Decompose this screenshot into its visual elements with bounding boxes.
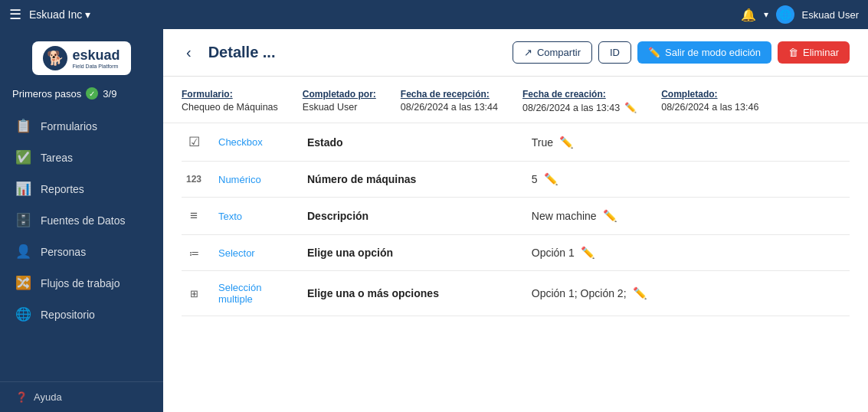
fuentes-icon: 🗄️ (15, 212, 31, 228)
text-field-name: Descripción (307, 210, 519, 222)
text-field-value: New machine ✏️ (532, 209, 850, 223)
flujos-icon: 🔀 (15, 275, 31, 291)
multi-edit-icon[interactable]: ✏️ (633, 286, 647, 300)
repositorio-label: Repositorio (41, 309, 95, 321)
edit-mode-label: Salir de modo edición (665, 47, 761, 58)
numeric-field-name: Número de máquinas (307, 173, 519, 185)
selector-field-name: Elige una opción (307, 247, 519, 259)
sidebar-item-flujos[interactable]: 🔀 Flujos de trabajo (0, 267, 163, 299)
formulario-value: Chequeo de Máquinas (182, 102, 278, 113)
topbar-chevron-icon[interactable]: ▾ (764, 9, 768, 20)
id-label: ID (610, 47, 620, 58)
personas-icon: 👤 (15, 244, 31, 260)
text-edit-icon[interactable]: ✏️ (603, 209, 617, 223)
help-button[interactable]: ❓ Ayuda (0, 381, 163, 412)
completado-por-value: Eskuad User (303, 102, 376, 113)
checkbox-field-name: Estado (307, 136, 519, 149)
field-row-selector: ≔ Selector Elige una opción Opción 1 ✏️ (182, 235, 850, 271)
formularios-label: Formularios (41, 120, 97, 132)
repositorio-icon: 🌐 (15, 306, 31, 322)
logo-text: eskuad (72, 47, 120, 63)
checkbox-edit-icon[interactable]: ✏️ (559, 136, 574, 149)
text-icon: ≡ (190, 208, 198, 224)
tareas-label: Tareas (41, 152, 73, 164)
multi-type-label: Selección multiple (218, 282, 295, 305)
formulario-label: Formulario: (182, 89, 278, 100)
bell-icon[interactable]: 🔔 (741, 8, 756, 22)
sidebar: 🐕 eskuad Field Data Platform Primeros pa… (0, 29, 163, 412)
fuentes-label: Fuentes de Datos (41, 214, 126, 227)
selector-edit-icon[interactable]: ✏️ (581, 246, 595, 260)
text-type-label: Texto (218, 211, 295, 222)
topbar-brand: Eskuad Inc ▾ (29, 8, 90, 21)
fields-table: ☑ Checkbox Estado True ✏️ 123 Numérico N… (163, 123, 868, 412)
numeric-field-icon: 123 (182, 174, 206, 185)
selector-field-icon: ≔ (182, 247, 206, 259)
multi-field-name: Elige una o más opciones (307, 287, 519, 299)
sidebar-item-tareas[interactable]: ✅ Tareas (0, 142, 163, 173)
share-label: Compartir (537, 47, 581, 58)
meta-completado-por: Completado por: Eskuad User (303, 89, 376, 113)
tareas-icon: ✅ (15, 149, 31, 165)
sidebar-item-repositorio[interactable]: 🌐 Repositorio (0, 299, 163, 330)
sidebar-item-formularios[interactable]: 📋 Formularios (0, 110, 163, 142)
sidebar-item-personas[interactable]: 👤 Personas (0, 236, 163, 267)
help-label: Ayuda (34, 391, 62, 403)
check-circle-icon: ✓ (86, 87, 98, 100)
personas-label: Personas (41, 246, 86, 258)
sidebar-logo: 🐕 eskuad Field Data Platform (0, 29, 163, 81)
globe-icon[interactable]: 🌐 (776, 5, 794, 24)
topbar-right: 🔔 ▾ 🌐 Eskuad User (741, 5, 859, 24)
sidebar-item-fuentes[interactable]: 🗄️ Fuentes de Datos (0, 204, 163, 236)
text-field-icon: ≡ (182, 208, 206, 224)
formularios-icon: 📋 (15, 118, 31, 134)
numeric-type-label: Numérico (218, 174, 295, 185)
sidebar-item-reportes[interactable]: 📊 Reportes (0, 173, 163, 204)
completado-por-label: Completado por: (303, 89, 376, 100)
logo-box: 🐕 eskuad Field Data Platform (32, 41, 130, 75)
primeros-pasos: Primeros pasos ✓ 3/9 (0, 81, 163, 110)
header-actions: ↗ Compartir ID ✏️ Salir de modo edición … (513, 41, 850, 64)
meta-row: Formulario: Chequeo de Máquinas Completa… (163, 77, 868, 123)
fecha-recepcion-value: 08/26/2024 a las 13:44 (401, 102, 498, 113)
completado-label: Completado: (661, 89, 758, 100)
multi-icon: ⊞ (190, 288, 198, 299)
content-area: ‹ Detalle ... ↗ Compartir ID ✏️ Salir de… (163, 29, 868, 412)
share-button[interactable]: ↗ Compartir (513, 41, 592, 64)
checkbox-field-value: True ✏️ (532, 136, 850, 149)
id-button[interactable]: ID (598, 41, 631, 64)
logo-text-block: eskuad Field Data Platform (72, 47, 120, 69)
numeric-edit-icon[interactable]: ✏️ (544, 172, 558, 186)
reportes-icon: 📊 (15, 181, 31, 197)
multi-field-icon: ⊞ (182, 288, 206, 299)
brand-chevron[interactable]: ▾ (85, 8, 90, 21)
edit-mode-button[interactable]: ✏️ Salir de modo edición (637, 41, 771, 64)
field-row-text: ≡ Texto Descripción New machine ✏️ (182, 198, 850, 235)
share-icon: ↗ (524, 47, 532, 58)
checkbox-type-label: Checkbox (218, 136, 295, 148)
field-row-checkbox: ☑ Checkbox Estado True ✏️ (182, 123, 850, 162)
pencil-icon: ✏️ (648, 47, 660, 58)
numeric-icon: 123 (186, 174, 201, 185)
help-circle-icon: ❓ (15, 391, 28, 403)
fecha-creacion-label: Fecha de creación: (522, 89, 637, 100)
trash-icon: 🗑 (788, 47, 798, 58)
meta-completado: Completado: 08/26/2024 a las 13:46 (661, 89, 758, 113)
delete-button[interactable]: 🗑 Eliminar (778, 41, 850, 64)
fecha-creacion-edit-icon[interactable]: ✏️ (624, 102, 637, 113)
topbar: ☰ Eskuad Inc ▾ 🔔 ▾ 🌐 Eskuad User (0, 0, 868, 29)
back-button[interactable]: ‹ (182, 42, 196, 63)
fecha-recepcion-label: Fecha de recepción: (401, 89, 498, 100)
topbar-left: ☰ Eskuad Inc ▾ (9, 6, 90, 23)
content-header: ‹ Detalle ... ↗ Compartir ID ✏️ Salir de… (163, 29, 868, 77)
primeros-pasos-label: Primeros pasos (12, 88, 81, 100)
user-name: Eskuad User (802, 9, 859, 21)
hamburger-icon[interactable]: ☰ (9, 6, 21, 23)
checkbox-icon: ☑ (188, 134, 200, 150)
field-row-numeric: 123 Numérico Número de máquinas 5 ✏️ (182, 162, 850, 198)
reportes-label: Reportes (41, 183, 84, 195)
logo-sub: Field Data Platform (72, 64, 120, 69)
main-layout: 🐕 eskuad Field Data Platform Primeros pa… (0, 29, 868, 412)
meta-fecha-creacion: Fecha de creación: 08/26/2024 a las 13:4… (522, 89, 637, 113)
brand-name: Eskuad Inc (29, 8, 82, 21)
